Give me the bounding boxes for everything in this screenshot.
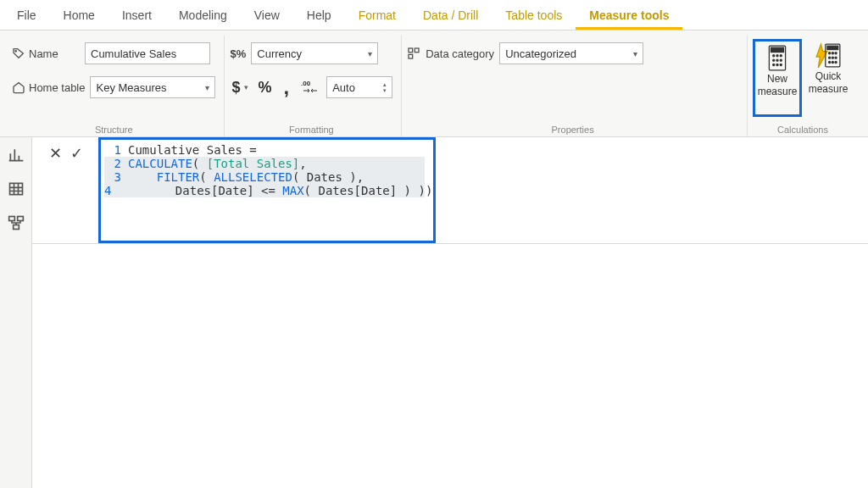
line-number: 2 (104, 157, 121, 170)
calculator-icon (764, 45, 791, 72)
data-category-select[interactable]: Uncategorized ▾ (499, 42, 643, 64)
model-view-button[interactable] (7, 214, 25, 232)
data-category-value: Uncategorized (505, 47, 576, 60)
code-token: , (299, 157, 306, 170)
tab-help[interactable]: Help (293, 2, 345, 30)
home-icon (12, 80, 25, 94)
canvas: ✕ ✓ 1Cumulative Sales = 2CALCULATE( [Tot… (32, 137, 868, 488)
decimal-places-input[interactable]: Auto ▴▾ (326, 76, 392, 98)
svg-point-23 (835, 57, 837, 58)
code-token: ( (199, 170, 214, 184)
formula-bar: ✕ ✓ 1Cumulative Sales = 2CALCULATE( [Tot… (32, 137, 868, 244)
formula-editor[interactable]: 1Cumulative Sales = 2CALCULATE( [Total S… (98, 137, 436, 243)
svg-point-9 (780, 55, 782, 57)
decimal-places-value: Auto (332, 81, 355, 94)
svg-rect-17 (827, 46, 838, 49)
svg-rect-29 (17, 217, 23, 221)
workspace: ✕ ✓ 1Cumulative Sales = 2CALCULATE( [Tot… (0, 137, 868, 488)
tab-home[interactable]: Home (50, 2, 108, 30)
tab-measure-tools[interactable]: Measure tools (576, 2, 682, 30)
format-value: Currency (257, 47, 302, 60)
thousands-separator-button[interactable]: , (282, 75, 292, 99)
formula-actions: ✕ ✓ (32, 137, 98, 243)
code-token: CALCULATE (128, 157, 192, 170)
tab-view[interactable]: View (241, 2, 293, 30)
quick-measure-label1: Quick (815, 71, 842, 82)
svg-point-10 (773, 59, 775, 61)
home-table-select[interactable]: Key Measures ▾ (90, 76, 215, 98)
commit-formula-button[interactable]: ✓ (70, 144, 83, 163)
name-input[interactable]: Cumulative Sales (85, 42, 210, 64)
svg-rect-2 (409, 48, 413, 53)
svg-point-26 (835, 61, 837, 63)
code-line: 4 Dates[Date] <= MAX( Dates[Date] ) )) (104, 184, 425, 197)
svg-point-18 (829, 53, 831, 54)
svg-text:.00: .00 (301, 80, 311, 87)
data-category-label: Data category (426, 47, 494, 60)
code-token (128, 170, 157, 184)
decimals-format-button[interactable]: .00 (299, 79, 321, 97)
chevron-down-icon: ▾ (633, 49, 637, 58)
line-number: 1 (104, 143, 121, 157)
chevron-down-icon: ▾ (244, 83, 248, 92)
menubar: File Home Insert Modeling View Help Form… (0, 0, 868, 30)
ribbon-group-formatting: $% Currency ▾ $ ▾ % , .00 Auto (225, 36, 402, 136)
data-category-icon (407, 47, 420, 60)
svg-rect-3 (415, 48, 420, 53)
svg-rect-28 (8, 217, 14, 221)
decimals-icon: .00 (301, 79, 320, 94)
svg-point-12 (780, 59, 782, 61)
quick-measure-button[interactable]: Quick measure (804, 39, 853, 117)
svg-point-11 (776, 59, 778, 61)
ribbon-group-structure: Name Cumulative Sales Home table Key Mea… (7, 36, 225, 136)
code-token: MAX (282, 184, 303, 197)
format-select[interactable]: Currency ▾ (251, 42, 378, 64)
name-label: Name (12, 47, 80, 60)
code-line: 3 FILTER( ALLSELECTED( Dates ), (104, 170, 425, 184)
table-icon (8, 180, 25, 197)
svg-point-20 (835, 53, 837, 54)
svg-rect-27 (9, 183, 22, 194)
svg-point-0 (15, 51, 16, 52)
group-label-formatting: Formatting (230, 123, 392, 136)
svg-point-21 (829, 57, 831, 58)
group-label-structure: Structure (12, 123, 215, 136)
quick-measure-label2: measure (809, 84, 849, 95)
format-prefix-icon: $% (230, 47, 246, 60)
tab-format[interactable]: Format (345, 2, 409, 30)
svg-point-14 (776, 64, 778, 65)
report-view-button[interactable] (7, 146, 25, 164)
cancel-formula-button[interactable]: ✕ (49, 144, 62, 163)
ribbon: Name Cumulative Sales Home table Key Mea… (0, 30, 868, 137)
svg-point-15 (780, 64, 782, 65)
code-line: 2CALCULATE( [Total Sales], (104, 157, 425, 170)
code-line: 1Cumulative Sales = (104, 143, 425, 157)
tab-data-drill[interactable]: Data / Drill (409, 2, 492, 30)
line-number: 4 (104, 184, 111, 197)
tab-file[interactable]: File (3, 2, 50, 30)
tab-insert[interactable]: Insert (108, 2, 165, 30)
bar-chart-icon (8, 147, 25, 164)
spinner-icon: ▴▾ (383, 81, 387, 93)
new-measure-button[interactable]: New measure (753, 39, 802, 117)
group-label-calculations: Calculations (753, 123, 853, 136)
data-view-button[interactable] (7, 180, 25, 198)
code-token: ( (192, 157, 207, 170)
svg-point-7 (773, 55, 775, 57)
quick-calculator-icon (815, 42, 842, 69)
new-measure-label1: New (767, 74, 787, 85)
percent-button[interactable]: % (257, 79, 274, 97)
tab-table-tools[interactable]: Table tools (492, 2, 576, 30)
svg-rect-30 (13, 225, 19, 230)
name-value: Cumulative Sales (91, 47, 176, 60)
line-number: 3 (104, 170, 121, 184)
svg-point-19 (832, 53, 833, 54)
home-table-value: Key Measures (96, 81, 166, 94)
tab-modeling[interactable]: Modeling (165, 2, 241, 30)
code-token: ( Dates ), (292, 170, 364, 184)
view-rail (0, 137, 32, 488)
home-table-label: Home table (12, 80, 85, 94)
currency-button[interactable]: $ (230, 79, 242, 97)
svg-point-24 (829, 61, 831, 63)
code-token: ALLSELECTED (214, 170, 292, 184)
